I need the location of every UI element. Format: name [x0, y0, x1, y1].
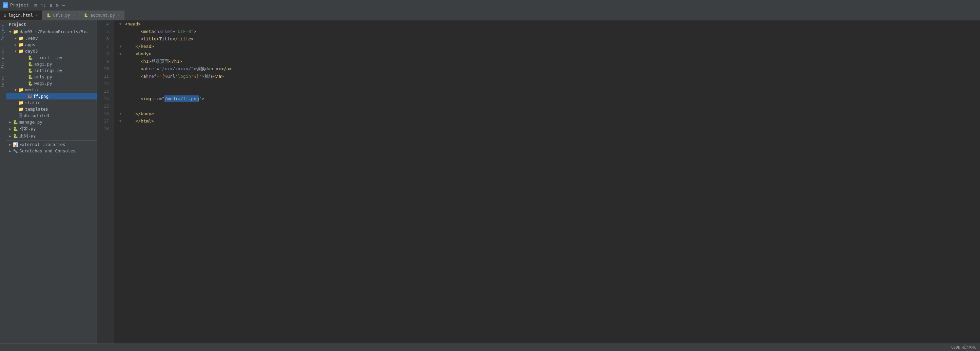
sidebar-item-venv[interactable]: ▶ 📁 .venv — [6, 35, 97, 41]
fold-icon-8: ▼ — [119, 51, 123, 57]
arrow-scratches: ▶ — [8, 149, 13, 153]
sidebar-item-obj-py[interactable]: ▶ 🐍 对象.py — [6, 125, 97, 132]
sidebar-item-manage-py[interactable]: ▶ 🐍 manage.py — [6, 119, 97, 125]
sidebar-label-static: static — [25, 100, 40, 105]
editor-area: 4 5 6 7 8 9 10 11 12 13 14 15 16 17 18 ▼… — [97, 21, 980, 343]
left-tab-project[interactable]: Project — [0, 21, 5, 44]
sidebar-label-apps: apps — [25, 42, 35, 47]
sidebar-item-urls-py[interactable]: 🐍 urls.py — [6, 73, 97, 80]
sidebar-item-init-py[interactable]: 🐍 __init__.py — [6, 54, 97, 61]
sidebar-item-ext-libs[interactable]: ▶ 📊 External Libraries — [6, 141, 97, 148]
left-tab-learn[interactable]: Learn — [0, 72, 5, 91]
sidebar-item-ff-png[interactable]: 🖼 ff.png — [6, 93, 97, 99]
arrow-ext-libs: ▶ — [8, 143, 13, 146]
sidebar-label-regex: 正则.py — [19, 133, 36, 139]
line-num-15: 15 — [102, 102, 111, 110]
title-bar-icons: ≡ ↑↓ ⇅ ⚙ — — [33, 2, 66, 8]
code-line-7: ▼ </head> — [114, 43, 980, 50]
code-line-9: <h1> 登录页面 </h1> — [114, 58, 980, 65]
sidebar-label-settings: settings.py — [34, 68, 62, 73]
code-line-15 — [114, 102, 980, 110]
line-numbers: 4 5 6 7 8 9 10 11 12 13 14 15 16 17 18 — [97, 21, 114, 343]
code-head-close: </head> — [135, 43, 154, 50]
sidebar-label-obj: 对象.py — [19, 126, 36, 132]
code-charset-attr: charset — [154, 28, 173, 35]
code-img-close: "> — [199, 96, 204, 102]
settings-icon[interactable]: ⚙ — [55, 2, 59, 8]
code-indent-5 — [119, 28, 141, 35]
sidebar: Project ▼ 📁 day03 ~/PycharmProjects/5x… … — [6, 21, 97, 343]
sidebar-label-ext-libs: External Libraries — [19, 142, 65, 147]
tab-login-html-close[interactable]: ✕ — [36, 13, 38, 18]
py-file-icon-obj: 🐍 — [13, 127, 18, 131]
sidebar-item-day03[interactable]: ▼ 📁 day03 — [6, 48, 97, 54]
folder-icon-static: 📁 — [18, 100, 24, 105]
menu-icon[interactable]: ≡ — [33, 2, 38, 8]
sort-icon[interactable]: ↑↓ — [40, 2, 47, 8]
sidebar-item-media[interactable]: ▼ 📁 media — [6, 86, 97, 93]
code-meta-close: > — [194, 28, 196, 35]
sidebar-item-apps[interactable]: ▶ 📁 apps — [6, 41, 97, 48]
code-meta-open: <meta — [141, 28, 154, 35]
code-eq-11: =" — [157, 73, 162, 80]
line-num-7: 7 — [104, 43, 111, 50]
left-tabs: Project Structure Learn — [0, 21, 6, 343]
py-file-icon-1: 🐍 — [46, 13, 51, 18]
tab-account-py-close[interactable]: ✕ — [118, 13, 120, 18]
code-a1-close: </a> — [221, 65, 232, 73]
sidebar-item-static[interactable]: 📁 static — [6, 99, 97, 106]
collapse-icon[interactable]: ⇅ — [49, 2, 53, 8]
arrow-regex: ▶ — [8, 134, 13, 138]
status-bar: CSDN @乃尚枫 — [0, 343, 980, 351]
code-src-attr: src — [151, 96, 159, 102]
code-a1-open: <a — [141, 65, 146, 73]
fold-icon-17: ▼ — [119, 118, 123, 124]
code-indent-10 — [119, 65, 141, 73]
left-tab-structure[interactable]: Structure — [0, 44, 5, 72]
sidebar-item-scratches[interactable]: ▶ 🔧 Scratches and Consoles — [6, 148, 97, 154]
arrow-day03-root: ▼ — [8, 30, 13, 34]
sidebar-item-db-sqlite3[interactable]: 🗄 db.sqlite3 — [6, 112, 97, 119]
line-num-16: 16 — [102, 110, 111, 118]
code-a2-open: <a — [141, 73, 146, 80]
sidebar-label-day03-root: day03 ~/PycharmProjects/5x… — [20, 29, 89, 34]
minimize-icon[interactable]: — — [61, 2, 65, 8]
tab-account-py[interactable]: 🐍 account.py ✕ — [80, 11, 124, 20]
tab-login-html[interactable]: ⊡ login.html ✕ — [0, 11, 42, 20]
code-utf8-val: "UTF-8" — [175, 28, 194, 35]
code-line-16: ▼ </body> — [114, 110, 980, 118]
sidebar-label-init: __init__.py — [34, 55, 62, 60]
sidebar-label-manage: manage.py — [19, 120, 42, 124]
sidebar-item-settings-py[interactable]: 🐍 settings.py — [6, 67, 97, 73]
sidebar-item-day03-root[interactable]: ▼ 📁 day03 ~/PycharmProjects/5x… — [6, 29, 97, 35]
code-indent-8 — [125, 51, 135, 58]
sidebar-item-templates[interactable]: 📁 templates — [6, 106, 97, 112]
sidebar-label-scratches: Scratches and Consoles — [19, 148, 76, 153]
code-content[interactable]: ▼ <head> <meta charset = "UTF-8" > <titl… — [114, 21, 980, 343]
code-quote-close-10: "> — [191, 65, 196, 73]
code-a2-close: </a> — [213, 73, 224, 80]
sidebar-item-regex-py[interactable]: ▶ 🐍 正则.py — [6, 132, 97, 139]
code-body-close: </body> — [135, 110, 154, 118]
sidebar-label-db: db.sqlite3 — [24, 113, 49, 118]
folder-icon-media: 📁 — [18, 87, 24, 93]
fold-icon-16: ▼ — [119, 111, 123, 116]
code-url-kw: url — [167, 73, 175, 80]
code-quote-close-11: "> — [199, 73, 204, 80]
arrow-manage: ▶ — [8, 121, 13, 124]
title-bar-title: Project — [10, 2, 29, 8]
code-login-str: 'login' — [175, 73, 194, 80]
tab-login-html-label: login.html — [8, 13, 33, 18]
code-tag-head-open: <head> — [125, 21, 141, 28]
tab-urls-py-close[interactable]: ✕ — [73, 13, 75, 18]
svg-rect-2 — [4, 5, 7, 5]
code-indent-7 — [125, 43, 135, 50]
sidebar-label-ff-png: ff.png — [33, 94, 48, 99]
code-line-14: <img src ="/media/ff.png"> — [114, 95, 980, 102]
line-num-17: 17 — [102, 118, 111, 125]
tab-urls-py[interactable]: 🐍 urls.py ✕ — [42, 11, 80, 20]
code-line-11: <a href =" {% url 'login' %} "> 跳转 </a> — [114, 73, 980, 80]
sidebar-item-asgi-py[interactable]: 🐍 asgi.py — [6, 61, 97, 67]
sidebar-item-wsgi-py[interactable]: 🐍 wsgi.py — [6, 80, 97, 86]
ext-libs-icon: 📊 — [13, 142, 18, 147]
